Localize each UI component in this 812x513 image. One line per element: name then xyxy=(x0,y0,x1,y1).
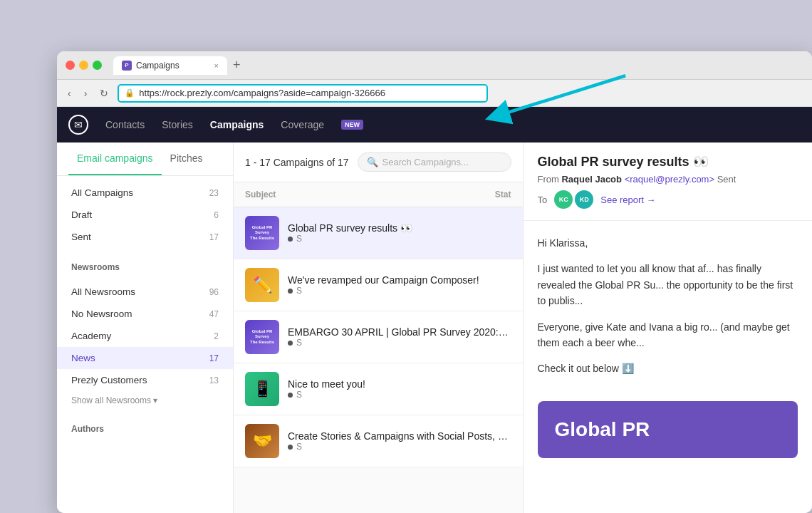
lock-icon: 🔒 xyxy=(125,88,135,98)
banner-title: Global PR xyxy=(555,418,781,441)
fullscreen-traffic-light[interactable] xyxy=(93,61,102,70)
campaign-status: S xyxy=(288,286,511,296)
campaign-thumbnail: 🤝 xyxy=(245,424,279,458)
sidebar: Email campaigns Pitches All Campaigns 23… xyxy=(57,142,234,513)
status-dot-icon xyxy=(288,289,293,294)
from-email[interactable]: <raquel@prezly.com> xyxy=(625,174,714,185)
see-report-button[interactable]: See report → xyxy=(600,195,655,205)
address-bar[interactable]: 🔒 https://rock.prezly.com/campaigns?asid… xyxy=(118,84,488,103)
sidebar-item-academy[interactable]: Academy 2 xyxy=(57,325,233,347)
main-layout: Email campaigns Pitches All Campaigns 23… xyxy=(57,142,812,513)
campaign-status: S xyxy=(288,338,511,348)
campaign-thumbnail: Global PRSurveyThe Results xyxy=(245,216,279,250)
newsrooms-section: All Newsrooms 96 No Newsroom 47 Academy … xyxy=(57,275,233,415)
back-button[interactable]: ‹ xyxy=(64,86,75,100)
campaign-thumbnail: Global PRSurveyThe Results xyxy=(245,320,279,354)
status-dot-icon xyxy=(288,341,293,346)
show-all-newsrooms-link[interactable]: Show all Newsrooms ▾ xyxy=(57,391,233,410)
campaign-subject: Nice to meet you! xyxy=(288,378,511,390)
authors-section-title: Authors xyxy=(57,415,233,437)
sidebar-item-sent[interactable]: Sent 17 xyxy=(57,226,233,248)
search-box[interactable]: 🔍 Search Campaigns... xyxy=(358,152,511,172)
status-dot-icon xyxy=(288,445,293,450)
recipient-avatar: KC xyxy=(554,190,573,209)
campaign-status: S xyxy=(288,234,511,244)
forward-button[interactable]: › xyxy=(80,86,91,100)
preview-banner: Global PR xyxy=(538,401,798,458)
tab-pitches[interactable]: Pitches xyxy=(162,142,212,175)
recipient-avatars: KC KD xyxy=(554,190,593,209)
campaign-row[interactable]: 🤝 Create Stories & Campaigns with Social… xyxy=(234,415,523,467)
recipient-avatar: KD xyxy=(575,190,593,209)
campaign-info: Nice to meet you! S xyxy=(288,378,511,400)
email-preview: Global PR survey results 👀 From Raquel J… xyxy=(524,142,813,513)
sidebar-item-all-newsrooms[interactable]: All Newsrooms 96 xyxy=(57,281,233,303)
campaign-row[interactable]: 📱 Nice to meet you! S xyxy=(234,363,523,415)
status-dot-icon xyxy=(288,237,293,242)
to-label: To xyxy=(538,195,548,205)
tab-close-button[interactable]: × xyxy=(214,61,219,70)
newsrooms-section-title: Newsrooms xyxy=(57,254,233,275)
search-icon: 🔍 xyxy=(367,157,378,167)
address-url: https://rock.prezly.com/campaigns?aside=… xyxy=(139,88,385,98)
table-header: Subject Stat xyxy=(234,182,523,207)
from-name: Raquel Jacob xyxy=(561,174,622,185)
nav-item-coverage[interactable]: Coverage xyxy=(281,119,324,130)
browser-titlebar: P Campaigns × + xyxy=(57,51,812,80)
sidebar-item-no-newsroom[interactable]: No Newsroom 47 xyxy=(57,303,233,325)
sidebar-item-prezly-customers[interactable]: Prezly Customers 13 xyxy=(57,369,233,391)
tab-email-campaigns[interactable]: Email campaigns xyxy=(68,142,162,175)
search-placeholder: Search Campaigns... xyxy=(382,157,469,167)
refresh-button[interactable]: ↻ xyxy=(96,86,112,100)
campaign-filter-section: All Campaigns 23 Draft 6 Sent 17 xyxy=(57,176,233,254)
body-para1: I just wanted to let you all know that a… xyxy=(538,261,798,309)
preview-title: Global PR survey results 👀 xyxy=(538,154,798,170)
list-header: 1 - 17 Campaigns of 17 🔍 Search Campaign… xyxy=(234,142,523,182)
sidebar-item-all-campaigns[interactable]: All Campaigns 23 xyxy=(57,182,233,204)
preview-from: From Raquel Jacob <raquel@prezly.com> Se… xyxy=(538,174,798,185)
sent-label: Sent xyxy=(717,174,736,185)
logo-icon: ✉ xyxy=(74,119,83,130)
nav-item-stories[interactable]: Stories xyxy=(162,119,193,130)
campaign-info: EMBARGO 30 APRIL | Global PR Survey 2020… xyxy=(288,326,511,348)
preview-to-row: To KC KD See report → xyxy=(538,190,798,209)
greeting: Hi Klarissa, xyxy=(538,235,798,251)
tab-title: Campaigns xyxy=(136,61,179,71)
browser-tab[interactable]: P Campaigns × xyxy=(113,56,227,75)
campaign-info: Create Stories & Campaigns with Social P… xyxy=(288,430,511,452)
campaign-subject: Create Stories & Campaigns with Social P… xyxy=(288,430,511,442)
campaign-row[interactable]: Global PRSurveyThe Results Global PR sur… xyxy=(234,207,523,259)
campaign-subject: We've revamped our Campaign Composer! xyxy=(288,274,511,286)
campaign-info: We've revamped our Campaign Composer! S xyxy=(288,274,511,296)
campaign-row[interactable]: Global PRSurveyThe Results EMBARGO 30 AP… xyxy=(234,311,523,363)
top-nav: ✉ Contacts Stories Campaigns Coverage NE… xyxy=(57,107,812,142)
status-dot-icon xyxy=(288,393,293,398)
body-para2: Everyone, give Kate and Ivana a big ro..… xyxy=(538,319,798,351)
campaign-subject: Global PR survey results 👀 xyxy=(288,222,511,234)
campaign-info: Global PR survey results 👀 S xyxy=(288,222,511,244)
new-badge: NEW xyxy=(341,120,363,130)
campaign-thumbnail: 📱 xyxy=(245,372,279,406)
app-content: ✉ Contacts Stories Campaigns Coverage NE… xyxy=(57,107,812,513)
minimize-traffic-light[interactable] xyxy=(79,61,88,70)
nav-item-campaigns[interactable]: Campaigns xyxy=(210,119,264,130)
address-bar-row: ‹ › ↻ 🔒 https://rock.prezly.com/campaign… xyxy=(57,80,812,107)
campaign-list: 1 - 17 Campaigns of 17 🔍 Search Campaign… xyxy=(234,142,524,513)
col-subject: Subject xyxy=(245,190,276,200)
app-logo: ✉ xyxy=(68,115,88,135)
close-traffic-light[interactable] xyxy=(66,61,75,70)
col-status: Stat xyxy=(495,190,511,200)
from-label: From xyxy=(538,174,559,185)
sidebar-item-news[interactable]: News 17 xyxy=(57,347,233,369)
campaign-thumbnail: ✏️ xyxy=(245,268,279,302)
body-para3: Check it out below ⬇️ xyxy=(538,361,798,376)
campaign-status: S xyxy=(288,442,511,452)
tab-bar: P Campaigns × + xyxy=(113,56,803,75)
nav-item-contacts[interactable]: Contacts xyxy=(105,119,145,130)
campaign-row[interactable]: ✏️ We've revamped our Campaign Composer!… xyxy=(234,259,523,311)
browser-window: P Campaigns × + ‹ › ↻ 🔒 https://rock.pre… xyxy=(57,51,812,513)
new-tab-button[interactable]: + xyxy=(230,58,244,73)
sidebar-item-draft[interactable]: Draft 6 xyxy=(57,204,233,226)
traffic-lights xyxy=(66,61,102,70)
preview-body: Hi Klarissa, I just wanted to let you al… xyxy=(524,221,813,401)
